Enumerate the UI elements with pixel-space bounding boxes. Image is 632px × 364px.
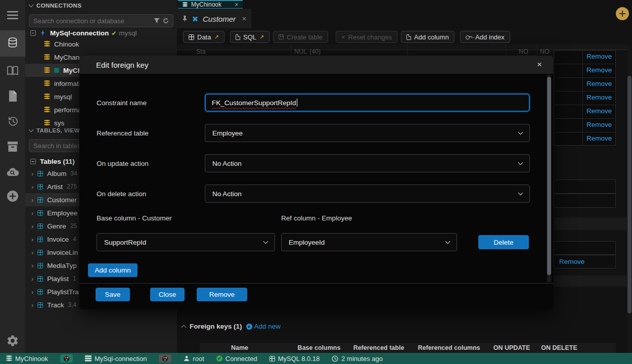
ref-column-select[interactable]: EmployeeId [281,233,457,251]
key-icon [466,35,472,39]
chevron-right-icon[interactable]: › [31,223,33,230]
constraint-name-input[interactable]: FK_CustomerSupportRepId [205,94,530,112]
chevron-down-icon [29,3,34,8]
connection-search-input[interactable]: Search connection or database [29,14,173,27]
background-cell [554,241,616,255]
chevron-right-icon[interactable]: › [31,210,33,216]
modal-title: Edit foreign key [96,61,148,69]
settings-gear-icon[interactable] [0,330,25,352]
grid-fragment: NO [540,48,550,55]
on-update-label: On update action [97,160,149,167]
table-icon [37,223,43,229]
columns-grid-header-fragment [177,44,627,50]
collapse-box-icon[interactable]: − [30,30,36,36]
scrollbar-thumb[interactable] [627,76,631,313]
collapse-box-icon[interactable]: − [30,159,36,164]
server-icon [85,355,92,361]
remove-row-link[interactable]: Remove [586,66,612,74]
database-icon [44,80,50,86]
close-button[interactable]: Close [150,288,185,301]
remove-row-link[interactable]: Remove [586,121,612,128]
connection-color-badge[interactable] [159,354,171,362]
docs-book-icon[interactable] [0,60,25,82]
selected-database-marker [54,68,59,73]
close-tab-icon[interactable]: × [235,1,239,8]
cloud-search-icon[interactable] [0,161,25,183]
tab-mychinook[interactable]: MyChinook × [178,0,243,9]
chevron-right-icon[interactable]: › [31,184,33,190]
scrollbar-thumb[interactable] [547,77,551,275]
chevron-right-icon[interactable]: › [31,249,33,256]
remove-row-link[interactable]: Remove [586,134,612,142]
database-nav-icon[interactable] [0,30,25,57]
chevron-right-icon[interactable]: › [31,170,33,177]
table-icon [37,210,43,216]
database-color-badge[interactable] [60,354,73,362]
open-in-icon: ↗ [214,34,218,40]
chevron-right-icon[interactable]: › [31,236,33,243]
modal-scrollbar[interactable] [547,75,551,282]
on-delete-label: On delete action [97,190,146,198]
modal-add-column-button[interactable]: Add column [88,263,138,277]
add-index-button[interactable]: Add index [460,31,510,43]
history-icon[interactable] [0,110,25,132]
create-table-button[interactable]: Create table [273,31,328,43]
refresh-icon[interactable] [163,18,169,24]
reset-changes-button[interactable]: × Reset changes [336,31,397,43]
remove-row-link[interactable]: Remove [586,94,612,101]
table-icon [37,250,43,255]
remove-row-link[interactable]: Remove [586,80,612,87]
tables-header[interactable]: TABLES, VIEW [29,127,80,133]
data-button[interactable]: Data ↗ [183,31,224,43]
remove-row-link[interactable]: Remove [559,258,584,265]
plus-circle-icon: + [246,324,252,330]
add-new-link[interactable]: + Add new [246,323,281,330]
background-cell [554,194,616,208]
add-column-button[interactable]: Add column [401,31,455,43]
archive-icon[interactable] [0,135,25,158]
database-icon [183,2,188,7]
chevron-up-icon [182,325,187,330]
base-column-label: Base column - Customer [97,214,172,222]
close-tab-icon[interactable]: × [242,15,246,22]
grid-fragment: NUL [294,48,307,55]
main-scrollbar[interactable] [627,44,631,353]
status-connection[interactable]: MySql-connection [85,355,147,362]
sql-button[interactable]: SQL ↗ [230,31,269,43]
chevron-right-icon[interactable]: › [31,262,33,269]
tree-item-database[interactable]: Chinook [25,37,177,51]
database-icon [44,94,50,100]
status-database[interactable]: MyChinook [6,355,48,362]
chevron-right-icon[interactable]: › [31,302,33,308]
remove-button[interactable]: Remove [197,288,247,301]
delete-column-pair-button[interactable]: Delete [478,235,529,249]
table-icon [37,276,43,282]
palette-icon [162,356,168,361]
grid-fragment: NO [519,48,528,55]
foreign-keys-header[interactable]: Foreign keys (1) + Add new [182,323,281,330]
on-update-select[interactable]: No Action [205,154,530,172]
pin-icon[interactable] [182,16,188,22]
status-bar: MyChinook MySql-connection root Connecte… [0,353,632,364]
remove-row-link[interactable]: Remove [586,53,612,60]
left-icon-rail [0,0,25,353]
connections-header[interactable]: CONNECTIONS [29,3,81,9]
base-column-select[interactable]: SupportRepId [97,233,275,251]
table-design-tools-icon [192,15,199,22]
tab-customer[interactable]: Customer × [177,9,251,28]
on-delete-select[interactable]: No Action [205,185,530,203]
modal-close-icon[interactable]: × [537,60,542,70]
save-button[interactable]: Save [96,288,130,301]
chevron-right-icon[interactable]: › [31,289,33,295]
referenced-table-select[interactable]: Employee [205,124,530,142]
chevron-right-icon[interactable]: › [31,197,33,203]
file-nav-icon[interactable] [0,85,25,107]
menu-icon[interactable] [0,4,25,26]
add-connection-icon[interactable] [0,185,25,207]
remove-row-link[interactable]: Remove [586,107,612,115]
section-band [554,217,627,230]
add-tab-button[interactable] [616,7,629,20]
chevron-right-icon[interactable]: › [31,276,33,282]
connected-check-icon [216,355,222,361]
filter-icon[interactable] [154,18,160,24]
